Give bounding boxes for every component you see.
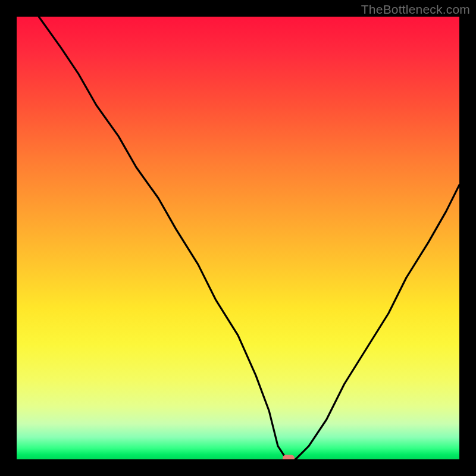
watermark-text: TheBottleneck.com bbox=[361, 2, 470, 17]
plot-area bbox=[17, 17, 459, 459]
bottleneck-marker bbox=[283, 455, 295, 460]
chart-frame: TheBottleneck.com bbox=[0, 0, 476, 476]
bottleneck-curve bbox=[17, 17, 459, 459]
